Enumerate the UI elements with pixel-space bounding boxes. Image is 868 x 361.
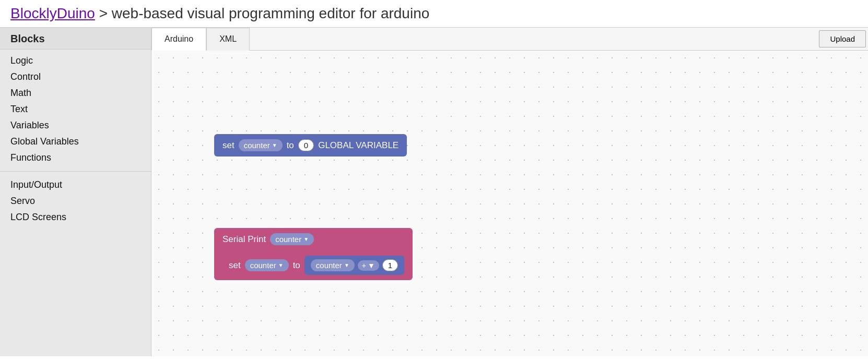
- sidebar-section-top: Logic Control Math Text Variables Global…: [0, 50, 151, 169]
- var-pill-counter-1[interactable]: counter ▼: [239, 139, 283, 151]
- upload-button[interactable]: Upload: [819, 30, 866, 47]
- to-label-2: to: [293, 260, 300, 271]
- operator-label: +: [362, 261, 366, 270]
- header-subtitle: > web-based visual programming editor fo…: [95, 5, 429, 21]
- to-label-1: to: [287, 140, 294, 151]
- set-label-2: set: [229, 260, 241, 271]
- value-box-1[interactable]: 0: [298, 139, 314, 151]
- var-name-2: counter: [275, 235, 301, 244]
- sidebar-item-math[interactable]: Math: [0, 85, 151, 101]
- sidebar-item-logic[interactable]: Logic: [0, 53, 151, 69]
- content-area: Arduino XML Upload set counter ▼ to 0 GL…: [151, 28, 868, 356]
- sidebar-item-servo[interactable]: Servo: [0, 193, 151, 209]
- dropdown-arrow-4[interactable]: ▼: [344, 262, 349, 268]
- var-name-4: counter: [316, 261, 342, 270]
- block-set-global[interactable]: set counter ▼ to 0 GLOBAL VARIABLE: [214, 134, 407, 157]
- sidebar-item-variables[interactable]: Variables: [0, 117, 151, 134]
- var-name-3: counter: [250, 261, 276, 270]
- tabs-bar: Arduino XML Upload: [151, 28, 868, 51]
- dropdown-arrow-1[interactable]: ▼: [272, 142, 277, 148]
- block-set-global-body[interactable]: set counter ▼ to 0 GLOBAL VARIABLE: [214, 134, 407, 157]
- set-label-1: set: [222, 140, 234, 151]
- brand-link[interactable]: BlocklyDuino: [10, 5, 95, 21]
- sidebar-divider: [0, 171, 151, 172]
- sidebar-item-lcd[interactable]: LCD Screens: [0, 209, 151, 225]
- sidebar-item-control[interactable]: Control: [0, 69, 151, 85]
- operand-box[interactable]: 1: [382, 259, 398, 271]
- var-pill-counter-3[interactable]: counter ▼: [245, 259, 289, 271]
- sidebar-item-text[interactable]: Text: [0, 101, 151, 117]
- dropdown-arrow-2[interactable]: ▼: [303, 236, 309, 242]
- block-serial-print[interactable]: Serial Print counter ▼: [214, 228, 413, 250]
- block-serial-group[interactable]: Serial Print counter ▼ set counter ▼ to: [214, 228, 413, 280]
- sidebar-section-bottom: Input/Output Servo LCD Screens: [0, 174, 151, 228]
- main-layout: Blocks Logic Control Math Text Variables…: [0, 28, 868, 356]
- global-variable-label: GLOBAL VARIABLE: [318, 140, 398, 151]
- sidebar-item-functions[interactable]: Functions: [0, 150, 151, 166]
- math-block[interactable]: counter ▼ + ▼ 1: [304, 256, 404, 275]
- sidebar-item-io[interactable]: Input/Output: [0, 177, 151, 193]
- dropdown-arrow-3[interactable]: ▼: [278, 262, 284, 268]
- var-pill-counter-2[interactable]: counter ▼: [270, 233, 314, 245]
- page-header: BlocklyDuino > web-based visual programm…: [0, 0, 868, 28]
- sidebar-item-global-variables[interactable]: Global Variables: [0, 134, 151, 150]
- tab-arduino[interactable]: Arduino: [151, 28, 206, 51]
- sidebar-header: Blocks: [0, 28, 151, 50]
- blocks-canvas[interactable]: set counter ▼ to 0 GLOBAL VARIABLE Seria…: [151, 51, 868, 356]
- sidebar: Blocks Logic Control Math Text Variables…: [0, 28, 151, 356]
- var-name-1: counter: [244, 141, 270, 150]
- block-set-counter[interactable]: set counter ▼ to counter ▼ +: [214, 250, 413, 280]
- tab-xml[interactable]: XML: [206, 28, 250, 51]
- operator-dropdown-arrow[interactable]: ▼: [368, 261, 375, 270]
- operator-pill[interactable]: + ▼: [358, 260, 379, 271]
- var-pill-counter-4[interactable]: counter ▼: [311, 259, 355, 271]
- serial-print-label: Serial Print: [222, 234, 266, 245]
